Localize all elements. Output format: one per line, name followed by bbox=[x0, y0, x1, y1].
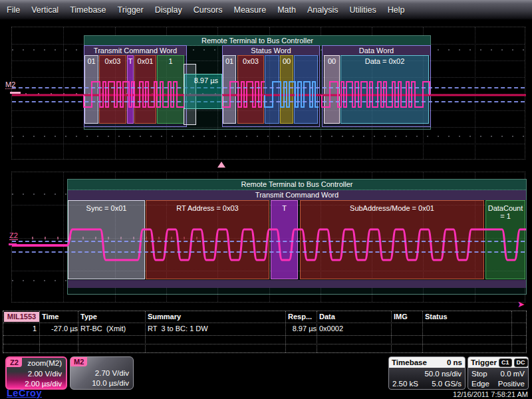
segment-subaddress: SubAddress/Mode = 0x01 bbox=[300, 200, 484, 279]
trigger-box[interactable]: Trigger C1 DC Stop 0.0 mV Edge Positive bbox=[467, 356, 529, 390]
trace-offscreen-arrow: ➤ bbox=[517, 299, 525, 309]
segment-sync: Sync = 0x01 bbox=[68, 200, 145, 279]
col-header-type: Type bbox=[80, 313, 97, 321]
row-divider bbox=[3, 335, 526, 336]
col-header-resp: Resp... bbox=[288, 313, 312, 321]
timebase-tdiv: 50.0 ns/div bbox=[424, 370, 462, 378]
segment-status-field: 00 bbox=[280, 55, 293, 124]
lower-waveform-grid: Remote Terminal to Bus Controller Transm… bbox=[11, 172, 525, 303]
menu-math[interactable]: Math bbox=[277, 5, 296, 15]
trigger-coupling-chip: DC bbox=[514, 358, 528, 367]
col-header-summary: Summary bbox=[148, 313, 181, 321]
cursor-line-upper-1[interactable] bbox=[12, 87, 525, 88]
datetime-display: 12/16/2011 7:58:21 AM bbox=[453, 390, 528, 398]
z2-title: zoom(M2) bbox=[27, 359, 62, 367]
response-time-box: 8.97 µs bbox=[184, 74, 222, 109]
lecroy-logo: LeCroy bbox=[7, 388, 42, 398]
menu-vertical[interactable]: Vertical bbox=[31, 5, 59, 15]
segment-status-field bbox=[294, 55, 318, 124]
m2-position-indicator[interactable] bbox=[10, 92, 21, 94]
word-bottom-band bbox=[68, 280, 526, 288]
trigger-source-chip: C1 bbox=[499, 358, 512, 367]
m2-vdiv: 2.70 V/div bbox=[95, 369, 129, 377]
word-title: Status Word bbox=[223, 46, 319, 56]
col-header-time: Time bbox=[42, 313, 59, 321]
cursor-line-upper-2[interactable] bbox=[12, 101, 525, 102]
word-title: Transmit Command Word bbox=[84, 46, 186, 56]
trigger-mode: Stop bbox=[471, 370, 487, 378]
row-index: 1 bbox=[22, 325, 37, 332]
column-divider bbox=[145, 311, 146, 352]
cursor-line-lower-2[interactable] bbox=[12, 251, 525, 253]
col-header-img: IMG bbox=[394, 313, 408, 321]
row-divider bbox=[3, 344, 526, 344]
z2-vdiv: 2.00 V/div bbox=[28, 370, 62, 378]
upper-waveform-grid: Remote Terminal to Bus Controller Transm… bbox=[11, 27, 525, 160]
column-divider bbox=[317, 311, 317, 352]
segment-sync: 01 bbox=[84, 55, 98, 124]
m2-tdiv: 10.0 µs/div bbox=[92, 379, 129, 387]
segment-datacount: DataCount = 1 bbox=[485, 200, 525, 279]
menu-timebase[interactable]: Timebase bbox=[70, 5, 106, 15]
column-divider bbox=[391, 311, 392, 352]
timebase-offset: 0 ns bbox=[447, 358, 462, 366]
menu-display[interactable]: Display bbox=[155, 5, 182, 15]
column-divider bbox=[39, 311, 40, 352]
word-title-band: Transmit Command Word bbox=[68, 190, 526, 200]
decode-frame-title: Remote Terminal to Bus Controller bbox=[84, 36, 430, 46]
trigger-title: Trigger bbox=[471, 358, 497, 366]
timebase-samples: 2.50 kS bbox=[392, 380, 418, 388]
segment-tr-bit: T bbox=[127, 55, 134, 124]
z2-descriptor-box[interactable]: Z2 zoom(M2) 2.00 V/div 2.00 µs/div bbox=[5, 356, 67, 390]
timebase-title: Timebase bbox=[392, 358, 427, 366]
menu-measure[interactable]: Measure bbox=[233, 5, 266, 15]
segment-tr-bit: T bbox=[271, 200, 298, 279]
row-divider bbox=[3, 323, 526, 323]
oscilloscope-screen: File Vertical Timebase Trigger Display C… bbox=[0, 0, 532, 399]
m2-descriptor-box[interactable]: M2 2.70 V/div 10.0 µs/div bbox=[70, 356, 134, 390]
decode-frame-title: Remote Terminal to Bus Controller bbox=[68, 180, 526, 190]
m2-badge: M2 bbox=[70, 357, 87, 366]
m2-trace-label[interactable]: M2 bbox=[5, 80, 15, 89]
trigger-slope: Positive bbox=[498, 380, 525, 388]
row-time: -27.0 µs bbox=[41, 325, 78, 332]
word-title: Data Word bbox=[323, 46, 430, 56]
trigger-type: Edge bbox=[471, 380, 489, 388]
segment-rt-address: 0x03 bbox=[237, 55, 264, 124]
segment-sync: 00 bbox=[324, 55, 340, 124]
menu-cursors[interactable]: Cursors bbox=[194, 5, 223, 15]
segment-data-value: Data = 0x02 bbox=[340, 55, 429, 124]
z2-trace-label[interactable]: Z2 bbox=[9, 231, 18, 240]
column-divider bbox=[511, 311, 512, 352]
z2-position-indicator[interactable] bbox=[9, 243, 17, 245]
trigger-position-marker[interactable] bbox=[217, 162, 225, 168]
menu-file[interactable]: File bbox=[7, 5, 20, 15]
segment-subaddress: 0x01 bbox=[134, 55, 156, 124]
menu-bar: File Vertical Timebase Trigger Display C… bbox=[0, 0, 532, 20]
segment-rt-address: 0x03 bbox=[99, 55, 126, 124]
segment-rt-address: RT Address = 0x03 bbox=[146, 200, 269, 279]
menu-help[interactable]: Help bbox=[388, 5, 405, 15]
gridline bbox=[12, 144, 525, 144]
menu-utilities[interactable]: Utilities bbox=[349, 5, 376, 15]
timebase-box[interactable]: Timebase 0 ns 50.0 ns/div 2.50 kS 5.0 GS… bbox=[388, 356, 466, 390]
menu-analysis[interactable]: Analysis bbox=[307, 5, 338, 15]
z2-tdiv: 2.00 µs/div bbox=[25, 380, 62, 388]
table-protocol-badge: MIL1553 bbox=[4, 312, 39, 322]
col-header-data: Data bbox=[319, 313, 335, 321]
segment-datacount: 1 bbox=[157, 55, 184, 124]
decode-table: MIL1553 Time Type Summary Resp... Data I… bbox=[3, 311, 527, 353]
segment-status-field bbox=[265, 55, 279, 124]
gridline bbox=[475, 27, 475, 159]
timebase-rate: 5.0 GS/s bbox=[432, 380, 462, 388]
cursor-line-lower-1[interactable] bbox=[12, 241, 525, 242]
grid-dot-row bbox=[12, 136, 525, 137]
column-divider bbox=[285, 311, 286, 352]
row-type: RT-BC (Xmit) bbox=[80, 325, 126, 332]
trigger-level: 0.0 mV bbox=[501, 370, 525, 378]
column-divider bbox=[78, 311, 78, 352]
row-summary: RT 3 to BC: 1 DW bbox=[148, 325, 208, 332]
column-divider bbox=[422, 311, 423, 352]
row-data: 0x0002 bbox=[319, 325, 343, 332]
menu-trigger[interactable]: Trigger bbox=[118, 5, 144, 15]
